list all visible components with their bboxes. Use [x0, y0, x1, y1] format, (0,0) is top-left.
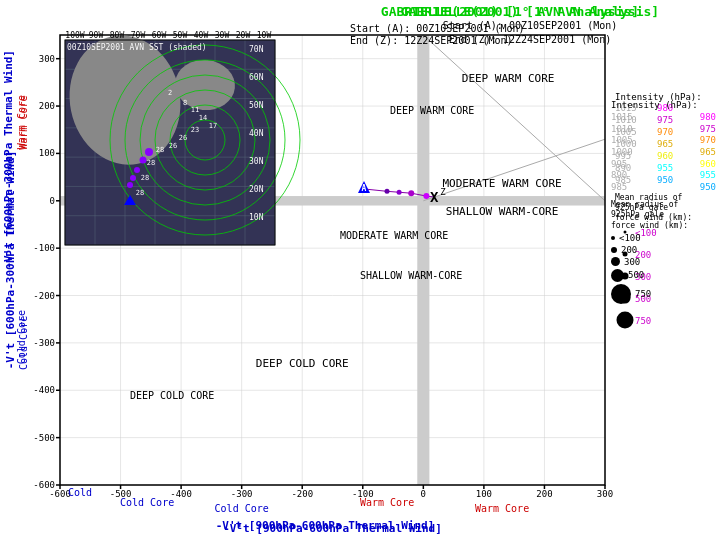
- chart-canvas: [0, 0, 720, 540]
- main-container: GABRIELLE(2001) [1° AVN Analysis] Start …: [0, 0, 720, 540]
